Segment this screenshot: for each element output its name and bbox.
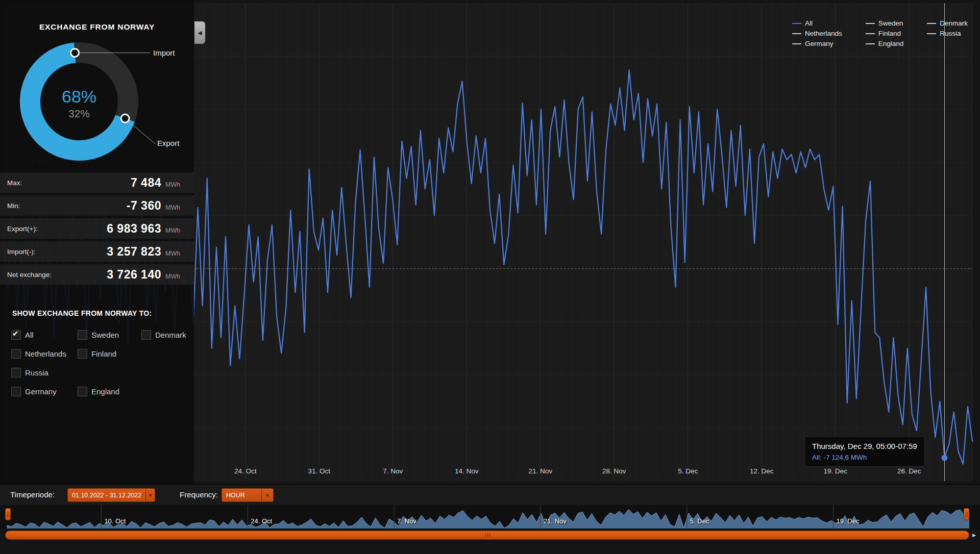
tooltip-value: All: -7 124,6 MWh — [812, 454, 917, 461]
stat-label: Import(-): — [7, 248, 67, 256]
collapse-sidebar-button[interactable]: ◀ — [194, 21, 205, 44]
stat-row: Net exchange:3 726 140MWh — [0, 264, 194, 285]
filter-option-label: Netherlands — [25, 349, 66, 358]
legend-line-icon — [866, 33, 875, 34]
stat-row: Min:-7 360MWh — [0, 195, 194, 216]
frequency-select[interactable]: HOUR ▼ — [222, 488, 274, 502]
navigator-date-label: 19. Dec — [837, 517, 860, 525]
stat-unit: MWh — [161, 273, 189, 280]
legend-item-russia[interactable]: Russia — [927, 30, 968, 37]
import-marker — [71, 48, 79, 57]
checkbox-all[interactable]: ✔ — [11, 330, 21, 340]
legend-item-england[interactable]: England — [866, 40, 904, 47]
checkbox-denmark[interactable] — [141, 330, 151, 340]
legend-line-icon — [792, 23, 801, 24]
filter-option-label: England — [91, 387, 119, 396]
import-percentage: 32% — [38, 108, 120, 120]
stat-label: Max: — [7, 179, 67, 187]
checkbox-england[interactable] — [78, 387, 87, 396]
stat-value: 3 257 823 — [67, 245, 161, 259]
legend-item-denmark[interactable]: Denmark — [927, 19, 968, 27]
stat-unit: MWh — [161, 227, 189, 234]
check-icon: ✔ — [12, 329, 19, 338]
stat-label: Net exchange: — [7, 271, 67, 279]
stat-row: Max:7 484MWh — [0, 172, 194, 193]
navigator-series-area — [7, 510, 969, 528]
stat-value: 7 484 — [67, 176, 161, 190]
x-axis-label: 5. Dec — [678, 467, 698, 475]
navigator-date-label: 5. Dec — [690, 517, 709, 525]
legend-line-icon — [866, 43, 875, 44]
x-axis-label: 31. Oct — [308, 467, 330, 475]
stat-row: Import(-):3 257 823MWh — [0, 241, 194, 262]
checkbox-russia[interactable] — [11, 368, 21, 377]
timeperiode-value: 01.10.2022 - 31.12.2022 — [68, 492, 145, 499]
stat-label: Export(+): — [7, 225, 67, 233]
timeline-navigator[interactable]: 10. Oct24. Oct7. Nov21. Nov5. Dec19. Dec — [0, 505, 980, 530]
chart-legend: AllNetherlandsGermanySwedenFinlandEnglan… — [792, 19, 968, 47]
filter-option-russia[interactable]: Russia — [11, 368, 78, 377]
timeperiode-select[interactable]: 01.10.2022 - 31.12.2022 ▼ — [67, 488, 155, 502]
hover-point-marker — [942, 455, 948, 461]
filter-option-label: Germany — [25, 387, 57, 396]
stat-value: 3 726 140 — [67, 268, 161, 282]
checkbox-netherlands[interactable] — [11, 349, 21, 359]
timeline-scrollbar[interactable] — [5, 531, 969, 540]
left-panel: EXCHANGE FROM NORWAY 68% 32% Import Expo… — [0, 0, 194, 484]
legend-item-all[interactable]: All — [792, 19, 842, 27]
navigator-right-handle[interactable] — [964, 508, 969, 520]
export-percentage: 68% — [38, 87, 120, 107]
legend-item-finland[interactable]: Finland — [866, 30, 904, 37]
x-axis-label: 19. Dec — [823, 467, 847, 475]
stat-row: Export(+):6 983 963MWh — [0, 218, 194, 239]
filter-option-sweden[interactable]: Sweden — [78, 330, 141, 340]
legend-label: England — [878, 40, 904, 47]
x-axis-label: 14. Nov — [455, 467, 479, 475]
filter-option-label: Finland — [91, 349, 116, 358]
exchange-dashboard: 8 0006 0004 0002 000 24. Oct31. Oct7. No… — [0, 0, 980, 554]
filter-option-all[interactable]: ✔All — [11, 330, 78, 340]
x-axis-label: 12. Dec — [750, 467, 774, 475]
timeperiode-label: Timeperiode: — [10, 490, 55, 499]
checkbox-germany[interactable] — [11, 387, 21, 396]
scroll-right-arrow-icon[interactable]: ▶ — [972, 533, 976, 538]
filter-option-finland[interactable]: Finland — [78, 349, 141, 359]
stat-unit: MWh — [161, 250, 189, 257]
legend-label: Sweden — [878, 19, 903, 27]
x-axis-label: 28. Nov — [602, 467, 626, 475]
filter-option-denmark[interactable]: Denmark — [141, 330, 186, 340]
legend-label: Denmark — [940, 19, 968, 27]
navigator-left-handle[interactable] — [5, 508, 11, 520]
x-axis-label: 21. Nov — [528, 467, 552, 475]
filter-option-netherlands[interactable]: Netherlands — [11, 349, 78, 359]
country-filter-group: ✔AllSwedenDenmarkNetherlandsFinlandRussi… — [11, 325, 186, 401]
checkbox-finland[interactable] — [78, 349, 87, 359]
dropdown-arrow-icon: ▼ — [145, 489, 155, 501]
x-axis-label: 26. Dec — [897, 467, 921, 475]
checkbox-sweden[interactable] — [78, 330, 87, 340]
legend-item-netherlands[interactable]: Netherlands — [792, 30, 842, 37]
legend-item-germany[interactable]: Germany — [792, 40, 842, 47]
stat-unit: MWh — [161, 204, 189, 211]
navigator-mini-chart[interactable] — [0, 505, 980, 530]
legend-label: All — [805, 19, 813, 27]
legend-line-icon — [866, 23, 875, 24]
legend-label: Russia — [940, 30, 961, 37]
frequency-label: Frequency: — [180, 490, 218, 499]
frequency-value: HOUR — [222, 492, 261, 499]
x-axis-label: 24. Oct — [234, 467, 257, 475]
tooltip-date: Thursday, Dec 29, 05:00-07:59 — [812, 442, 917, 450]
legend-line-icon — [792, 43, 801, 44]
filter-option-germany[interactable]: Germany — [11, 387, 78, 396]
legend-item-sweden[interactable]: Sweden — [866, 19, 904, 27]
filter-option-label: All — [25, 331, 34, 339]
x-axis-label: 7. Nov — [383, 467, 403, 475]
legend-line-icon — [927, 33, 936, 34]
filter-option-label: Denmark — [155, 331, 186, 339]
donut-center-text: 68% 32% — [38, 87, 120, 120]
stat-unit: MWh — [161, 181, 189, 188]
navigator-date-label: 24. Oct — [251, 517, 272, 525]
legend-label: Finland — [878, 30, 901, 37]
filter-option-england[interactable]: England — [78, 387, 141, 396]
import-label: Import — [153, 48, 175, 57]
